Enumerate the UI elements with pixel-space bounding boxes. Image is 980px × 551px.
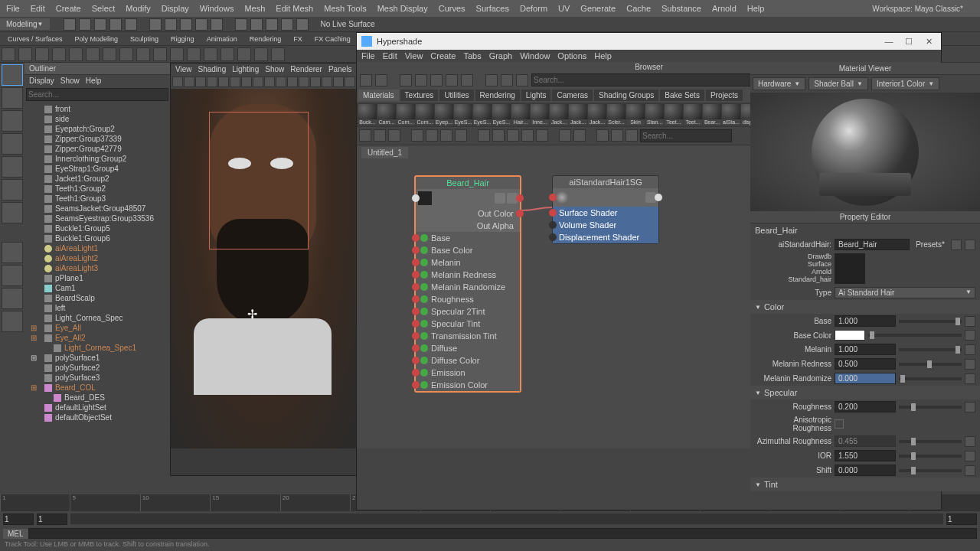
ng-icon[interactable] — [626, 129, 638, 142]
snap-plane-icon[interactable] — [250, 18, 263, 31]
material-swatch[interactable]: EyeS... — [473, 104, 492, 126]
menu-curves[interactable]: Curves — [439, 4, 466, 13]
browser-icon[interactable] — [375, 74, 387, 86]
shelf-btn[interactable] — [2, 47, 15, 61]
material-swatch[interactable]: EyeS... — [454, 104, 472, 126]
node-attr-outalpha[interactable]: Out Alpha — [416, 220, 520, 232]
material-swatch[interactable]: aiSta... — [722, 104, 740, 126]
tab-curves[interactable]: Curves / Surfaces — [2, 35, 69, 43]
node-attr[interactable]: Diffuse Color — [416, 354, 520, 367]
tree-item[interactable]: Eyepatch:Group2 — [26, 124, 168, 134]
port-in[interactable] — [412, 381, 420, 389]
node-solo-icon[interactable] — [495, 193, 505, 204]
tree-item[interactable]: aiAreaLight1 — [26, 243, 168, 253]
prop-section-tint[interactable]: Tint — [750, 478, 980, 491]
prop-type-dropdown[interactable]: Ai Standard Hair▼ — [835, 287, 975, 298]
outliner-tree[interactable]: frontsideEyepatch:Group2Zipper:Group3733… — [24, 103, 170, 476]
tab-bakesets[interactable]: Bake Sets — [660, 90, 704, 101]
browser-icon[interactable] — [415, 74, 427, 86]
range-slider[interactable] — [70, 514, 943, 524]
tree-item[interactable]: left — [26, 303, 168, 313]
prop-value-field[interactable] — [835, 373, 896, 384]
vp-icon[interactable] — [333, 77, 344, 87]
ng-icon[interactable] — [492, 129, 505, 142]
prop-slider[interactable] — [868, 334, 962, 337]
tab-rigging[interactable]: Rigging — [165, 35, 201, 43]
move-tool-icon[interactable] — [2, 133, 23, 155]
port-in[interactable] — [549, 209, 557, 217]
tree-item[interactable]: polySurface3 — [26, 373, 168, 383]
shelf-btn[interactable] — [237, 47, 251, 61]
menu-mesh[interactable]: Mesh — [244, 4, 265, 13]
ng-icon[interactable] — [559, 129, 571, 142]
vp-icon[interactable] — [287, 77, 298, 87]
tab-lights[interactable]: Lights — [521, 90, 551, 101]
prop-value-field[interactable] — [835, 450, 896, 461]
menu-substance[interactable]: Substance — [662, 4, 701, 13]
prop-section-color[interactable]: Color — [750, 300, 980, 314]
tab-shadinggroups[interactable]: Shading Groups — [594, 90, 658, 101]
shelf-btn[interactable] — [271, 47, 285, 61]
viewport-canvas[interactable]: ✢ — [171, 89, 357, 448]
ng-icon[interactable] — [455, 129, 467, 142]
range-end-field[interactable] — [946, 514, 977, 525]
port-in[interactable] — [412, 283, 420, 291]
menu-uv[interactable]: UV — [558, 4, 570, 13]
node-attr[interactable]: Specular 2Tint — [416, 305, 520, 318]
menu-meshtools[interactable]: Mesh Tools — [324, 4, 366, 13]
node-attr[interactable]: Melanin Randomize — [416, 281, 520, 293]
material-swatch[interactable]: Scler... — [607, 104, 626, 126]
ng-icon[interactable] — [573, 129, 586, 142]
ng-icon[interactable] — [478, 129, 490, 142]
ng-icon[interactable] — [596, 129, 609, 142]
tree-item[interactable]: side — [26, 114, 168, 124]
prop-map-button[interactable] — [965, 451, 975, 461]
select-hier-icon[interactable] — [149, 18, 162, 31]
material-swatch[interactable]: Stan... — [645, 104, 664, 126]
vp-menu-show[interactable]: Show — [265, 65, 284, 73]
prop-btn-icon[interactable] — [951, 240, 962, 250]
browser-icon[interactable] — [360, 74, 372, 86]
close-button[interactable]: ✕ — [921, 35, 936, 47]
port-in[interactable] — [412, 320, 420, 328]
sym-x-icon[interactable] — [296, 18, 309, 31]
prop-map-button[interactable] — [965, 373, 975, 384]
ng-icon[interactable] — [411, 129, 423, 142]
tree-item[interactable]: defaultObjectSet — [26, 412, 168, 422]
prop-value-field[interactable] — [835, 358, 896, 370]
material-swatch[interactable]: Corn... — [397, 104, 415, 126]
tab-sculpting[interactable]: Sculpting — [124, 35, 165, 43]
shelf-btn[interactable] — [103, 47, 116, 61]
maximize-button[interactable]: ☐ — [901, 35, 916, 47]
vp-icon[interactable] — [207, 77, 217, 87]
tree-item[interactable]: front — [26, 104, 168, 114]
vp-icon[interactable] — [230, 77, 240, 87]
material-swatch[interactable]: Eyep... — [435, 104, 453, 126]
shelf-btn[interactable] — [220, 47, 234, 61]
menu-help[interactable]: Help — [747, 4, 765, 13]
tree-item[interactable]: SeamsJacket:Group48507 — [26, 204, 168, 214]
tree-item[interactable]: Zipper:Group37339 — [26, 134, 168, 144]
vp-icon[interactable] — [276, 77, 286, 87]
prop-btn-icon[interactable] — [965, 240, 975, 250]
tab-polymodeling[interactable]: Poly Modeling — [69, 35, 125, 43]
ng-icon[interactable] — [440, 129, 452, 142]
prop-name-field[interactable] — [835, 239, 910, 250]
port-in[interactable] — [412, 332, 420, 340]
vp-icon[interactable] — [172, 77, 183, 87]
material-swatch[interactable]: Corn... — [416, 104, 434, 126]
tree-item[interactable]: Teeth1:Group3 — [26, 194, 168, 204]
menu-deform[interactable]: Deform — [520, 4, 547, 13]
prop-slider[interactable] — [899, 440, 962, 443]
vp-icon[interactable] — [345, 77, 355, 87]
cmdline-mode-label[interactable]: MEL — [3, 529, 28, 539]
port-in[interactable] — [412, 344, 420, 352]
port-in-main[interactable] — [549, 194, 557, 201]
browser-icon[interactable] — [461, 74, 473, 86]
menuset-dropdown[interactable]: Modeling▼ — [0, 18, 50, 30]
tree-item[interactable]: BeardScalp — [26, 293, 168, 303]
port-in[interactable] — [412, 357, 420, 364]
shelf-btn[interactable] — [69, 47, 83, 61]
nodegraph-tab-untitled[interactable]: Untitled_1 — [361, 147, 408, 158]
vp-menu-view[interactable]: View — [175, 65, 192, 73]
